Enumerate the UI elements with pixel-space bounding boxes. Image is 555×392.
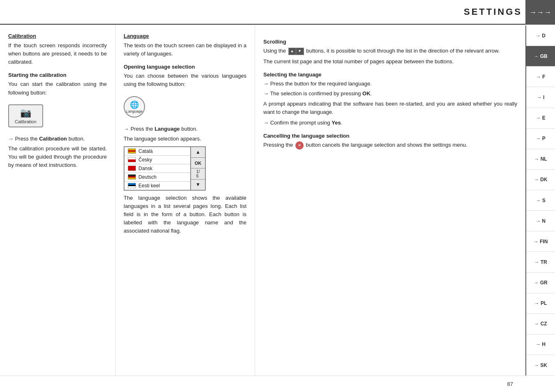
- forward-arrow-badge: →→→: [525, 0, 555, 25]
- cancel-lang-heading: Cancelling the language selection: [263, 133, 517, 139]
- language-list-controls: ▲ OK 1/6 ▼: [190, 147, 205, 190]
- nav-item-GR[interactable]: → GR: [526, 273, 555, 293]
- flag-eesti: [128, 183, 136, 188]
- calibration-intro: If the touch screen responds incorrectly…: [8, 42, 107, 66]
- nav-item-GB[interactable]: → GB: [526, 46, 555, 67]
- nav-item-PL[interactable]: → PL: [526, 293, 555, 314]
- select-arrow3: Confirm the prompt using Yes.: [263, 119, 517, 127]
- cancel-text-post: button cancels the language selection an…: [306, 142, 467, 148]
- nav-item-DK[interactable]: → DK: [526, 170, 555, 190]
- starting-calibration-text: You can start the calibration using the …: [8, 80, 107, 97]
- calibration-column: Calibration If the touch screen responds…: [0, 25, 115, 376]
- scroll-buttons[interactable]: ▲ ▼: [288, 48, 304, 55]
- calibration-arrow1: Press the Calibration button.: [8, 135, 107, 143]
- lang-arrow1: Press the Language button.: [124, 125, 246, 133]
- select-body: A prompt appears indicating that the sof…: [263, 100, 517, 116]
- calibration-icon: 📷: [20, 108, 31, 118]
- nav-item-SK[interactable]: → SK: [526, 355, 555, 376]
- lang-page-indicator: 1/6: [191, 168, 205, 179]
- nav-item-I[interactable]: → I: [526, 87, 555, 108]
- main-content: Calibration If the touch screen responds…: [0, 25, 525, 376]
- language-icon: 🌐: [130, 100, 139, 109]
- select-lang-heading: Selecting the language: [263, 71, 517, 78]
- nav-item-H[interactable]: → H: [526, 334, 555, 355]
- lang-name-dansk: Dansk: [138, 166, 152, 171]
- nav-item-TR[interactable]: → TR: [526, 252, 555, 272]
- language-btn-label: Language: [126, 109, 143, 113]
- flag-deutsch: [128, 174, 136, 180]
- scrolling-body2: The current list page and the total numb…: [263, 58, 517, 66]
- open-lang-heading: Opening language selection: [124, 64, 246, 70]
- list-item[interactable]: Dansk: [124, 164, 190, 173]
- lang-ok-button[interactable]: OK: [191, 158, 205, 168]
- language-list: Català Česky Dansk Deutsch: [124, 146, 206, 191]
- lang-scroll-up[interactable]: ▲: [191, 147, 205, 158]
- cancel-body: Pressing the button cancels the language…: [263, 141, 517, 150]
- scrolling-intro-text: Using the ▲ ▼ buttons, it is possible to…: [263, 47, 517, 55]
- flag-dansk: [128, 166, 136, 171]
- scrolling-text-post: buttons, it is possible to scroll throug…: [306, 48, 500, 54]
- starting-calibration-heading: Starting the calibration: [8, 72, 107, 78]
- page-number: 87: [507, 381, 513, 387]
- cancel-text-pre: Pressing the: [263, 142, 293, 148]
- scroll-down-btn[interactable]: ▼: [296, 48, 304, 55]
- list-item[interactable]: Eesti keel: [124, 182, 190, 190]
- list-item[interactable]: Deutsch: [124, 173, 190, 182]
- language-intro: The texts on the touch screen can be dis…: [124, 42, 246, 58]
- nav-item-S[interactable]: → S: [526, 190, 555, 211]
- footer: 87: [0, 376, 525, 392]
- language-column: Language The texts on the touch screen c…: [115, 25, 255, 376]
- select-arrow1: Press the button for the required langua…: [263, 80, 517, 88]
- page-title: SETTINGS: [464, 7, 522, 17]
- flag-cesky: [128, 157, 136, 162]
- open-lang-text: You can choose between the various langu…: [124, 72, 246, 88]
- scrolling-heading: Scrolling: [263, 39, 517, 45]
- list-item[interactable]: Català: [124, 147, 190, 156]
- cancel-icon: [295, 141, 304, 150]
- nav-item-P[interactable]: → P: [526, 129, 555, 149]
- scrolling-column: Scrolling Using the ▲ ▼ buttons, it is p…: [255, 25, 525, 376]
- language-button[interactable]: 🌐 Language: [124, 96, 145, 118]
- lang-scroll-down[interactable]: ▼: [191, 180, 205, 190]
- sidebar-nav: → D → GB → F → I → E → P → NL → DK → S →…: [525, 25, 555, 376]
- nav-item-F[interactable]: → F: [526, 67, 555, 87]
- scroll-up-btn[interactable]: ▲: [289, 48, 296, 55]
- calibration-arrow2: The calibration procedure will be starte…: [8, 145, 107, 169]
- lang-body2: The language selection shows the availab…: [124, 194, 246, 235]
- header-bar: SETTINGS →→→: [0, 0, 555, 25]
- nav-item-N[interactable]: → N: [526, 211, 555, 231]
- calibration-button[interactable]: 📷 Calibration: [8, 104, 43, 127]
- lang-arrow2: The language selection appears.: [124, 135, 246, 143]
- language-list-items: Català Česky Dansk Deutsch: [124, 147, 190, 190]
- nav-item-CZ[interactable]: → CZ: [526, 314, 555, 334]
- nav-item-FIN[interactable]: → FIN: [526, 231, 555, 252]
- select-arrow2: The selection is confirmed by pressing O…: [263, 90, 517, 98]
- nav-item-E[interactable]: → E: [526, 108, 555, 129]
- language-heading: Language: [124, 33, 246, 39]
- lang-name-cesky: Česky: [138, 157, 152, 163]
- nav-item-NL[interactable]: → NL: [526, 149, 555, 170]
- calibration-heading: Calibration: [8, 33, 107, 39]
- lang-name-catala: Català: [138, 148, 153, 154]
- calibration-btn-label: Calibration: [15, 119, 37, 124]
- nav-item-D[interactable]: → D: [526, 25, 555, 46]
- scrolling-text-pre: Using the: [263, 48, 286, 54]
- flag-catala: [128, 148, 136, 154]
- list-item[interactable]: Česky: [124, 156, 190, 164]
- lang-name-deutsch: Deutsch: [138, 174, 157, 180]
- lang-name-eesti: Eesti keel: [138, 183, 160, 189]
